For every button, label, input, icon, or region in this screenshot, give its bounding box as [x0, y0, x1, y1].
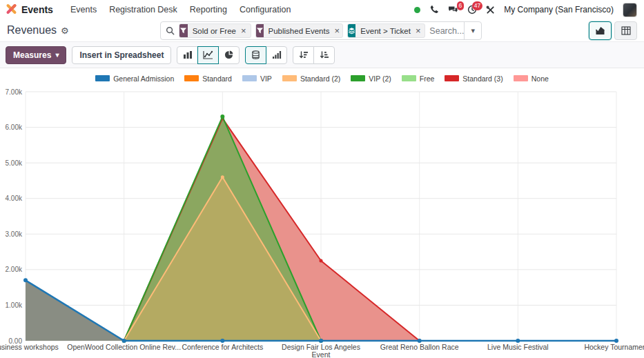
legend-label: Standard (3)	[462, 74, 502, 83]
legend-item[interactable]: None	[514, 74, 549, 83]
legend-swatch	[95, 75, 110, 81]
search-icon	[166, 26, 175, 35]
chart-area: General AdmissionStandardVIPStandard (2)…	[0, 68, 644, 357]
gear-icon[interactable]: ⚙	[61, 26, 69, 36]
search-bar[interactable]: Sold or Free × Published Events × Event …	[160, 21, 482, 40]
menu-reporting[interactable]: Reporting	[184, 5, 233, 14]
measures-button[interactable]: Measures ▾	[6, 46, 66, 64]
facet-remove-icon[interactable]: ×	[334, 24, 343, 37]
svg-text:Conference for Architects: Conference for Architects	[182, 343, 263, 351]
user-avatar[interactable]	[623, 3, 637, 17]
cumulative-button[interactable]	[266, 46, 287, 64]
phone-icon[interactable]	[429, 5, 439, 14]
messages-badge: 6	[457, 1, 465, 10]
filter-icon	[256, 24, 264, 37]
area-chart-view-button[interactable]	[589, 21, 612, 40]
legend-swatch	[445, 75, 459, 81]
control-panel: Revenues ⚙ Sold or Free × Published Even…	[0, 19, 644, 41]
legend-swatch	[184, 75, 199, 81]
svg-text:3.00k: 3.00k	[6, 230, 23, 238]
facet-groupby-event-ticket: Event > Ticket ×	[347, 23, 425, 38]
svg-text:1.00k: 1.00k	[6, 301, 23, 309]
messages-icon[interactable]: 6	[448, 5, 458, 14]
odoo-logo-icon	[6, 3, 17, 17]
sort-group	[293, 46, 335, 64]
tools-icon[interactable]	[486, 6, 495, 14]
search-input[interactable]: Search...	[429, 26, 464, 36]
insert-in-spreadsheet-button[interactable]: Insert in Spreadsheet	[72, 46, 171, 64]
legend-item[interactable]: VIP (2)	[351, 74, 391, 83]
svg-text:7.00k: 7.00k	[6, 88, 23, 96]
filter-icon	[179, 24, 188, 37]
page-title: Revenues	[7, 24, 57, 37]
facet-label: Event > Ticket	[355, 24, 416, 37]
legend-label: Standard	[202, 74, 232, 83]
legend-label: VIP (2)	[369, 74, 391, 83]
facet-sold-or-free: Sold or Free ×	[179, 23, 251, 38]
app-switcher[interactable]: Events	[6, 3, 53, 17]
pivot-view-button[interactable]	[614, 21, 637, 40]
chart-toolbar: Measures ▾ Insert in Spreadsheet	[0, 41, 644, 68]
svg-text:4.00k: 4.00k	[6, 195, 23, 202]
svg-text:5.00k: 5.00k	[6, 159, 23, 167]
svg-text:6.00k: 6.00k	[6, 123, 23, 131]
view-switcher	[589, 21, 637, 40]
menu-events[interactable]: Events	[64, 5, 103, 14]
activities-badge: 47	[472, 1, 482, 10]
legend-swatch	[282, 75, 297, 81]
line-chart-button[interactable]	[197, 46, 219, 64]
pie-chart-button[interactable]	[218, 46, 240, 64]
legend-item[interactable]: Standard (2)	[282, 74, 340, 83]
svg-text:Event: Event	[312, 350, 331, 357]
legend-item[interactable]: Standard	[184, 74, 232, 83]
revenue-area-chart[interactable]: 0.001.00k2.00k3.00k4.00k5.00k6.00k7.00kB…	[0, 85, 644, 357]
legend-label: VIP	[260, 74, 272, 83]
chart-legend: General AdmissionStandardVIPStandard (2)…	[0, 72, 644, 85]
facet-remove-icon[interactable]: ×	[416, 24, 425, 37]
legend-label: Free	[420, 74, 435, 83]
facet-published-events: Published Events ×	[255, 23, 344, 38]
svg-text:Hockey Tournament: Hockey Tournament	[584, 343, 644, 351]
legend-label: Standard (2)	[300, 74, 340, 83]
measures-label: Measures	[13, 50, 51, 60]
bar-chart-button[interactable]	[177, 46, 198, 64]
facet-label: Published Events	[264, 24, 335, 37]
legend-swatch	[351, 75, 365, 81]
search-dropdown-toggle[interactable]: ▾	[464, 22, 481, 39]
chevron-down-icon: ▾	[471, 26, 475, 35]
app-name: Events	[21, 4, 53, 15]
top-navbar: Events Events Registration Desk Reportin…	[0, 0, 644, 19]
svg-text:OpenWood Collection Online Rev: OpenWood Collection Online Rev...	[67, 343, 181, 351]
sort-descending-button[interactable]	[293, 46, 314, 64]
stack-group	[245, 46, 287, 64]
chart-type-group	[177, 46, 240, 64]
legend-label: None	[531, 74, 549, 83]
online-status-dot	[414, 7, 420, 13]
legend-item[interactable]: General Admission	[95, 74, 174, 83]
legend-item[interactable]: Free	[402, 74, 435, 83]
sort-ascending-button[interactable]	[313, 46, 335, 64]
legend-item[interactable]: VIP	[242, 74, 272, 83]
company-name[interactable]: My Company (San Francisco)	[504, 5, 614, 14]
legend-label: General Admission	[113, 74, 174, 83]
facet-label: Sold or Free	[188, 24, 241, 37]
stacked-button[interactable]	[245, 46, 266, 64]
menu-configuration[interactable]: Configuration	[233, 5, 297, 14]
chevron-down-icon: ▾	[55, 51, 59, 59]
facet-remove-icon[interactable]: ×	[241, 24, 251, 37]
svg-text:Great Reno Ballon Race: Great Reno Ballon Race	[380, 343, 459, 351]
legend-swatch	[242, 75, 257, 81]
legend-swatch	[514, 75, 528, 81]
layers-icon	[348, 24, 355, 37]
menu-registration-desk[interactable]: Registration Desk	[103, 5, 184, 14]
svg-text:Live Music Festival: Live Music Festival	[487, 343, 549, 351]
activities-clock-icon[interactable]: 47	[467, 5, 477, 14]
legend-item[interactable]: Standard (3)	[445, 74, 502, 83]
legend-swatch	[402, 75, 416, 81]
svg-text:Business workshops: Business workshops	[0, 343, 59, 351]
svg-text:2.00k: 2.00k	[6, 266, 23, 273]
